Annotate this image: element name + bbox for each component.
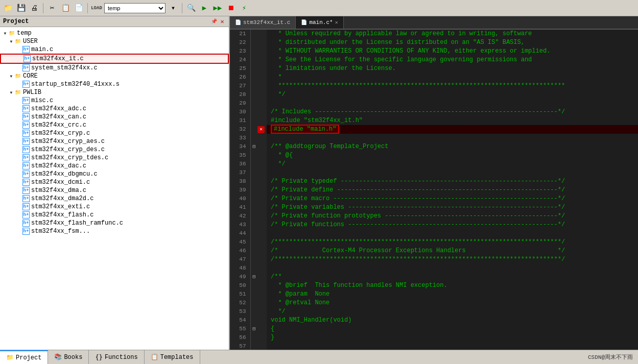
- line-content-57[interactable]: [267, 342, 638, 350]
- tree-item-stm32f4xx-it[interactable]: h+ stm32f4xx_it.c: [0, 54, 229, 64]
- tree-item-cryp-des[interactable]: h+ stm32f4xx_cryp_des.c: [0, 145, 229, 154]
- toolbar-icon-copy[interactable]: 📋: [60, 3, 71, 14]
- tree-item-dac[interactable]: h+ stm32f4xx_dac.c: [0, 162, 229, 170]
- toolbar-icon-print[interactable]: 🖨: [29, 3, 40, 14]
- line-content-28[interactable]: */: [267, 90, 638, 99]
- line-content-29[interactable]: [267, 99, 638, 108]
- toolbar-icon-debug4[interactable]: ⏹: [225, 3, 237, 14]
- tree-item-dcmi[interactable]: h+ stm32f4xx_dcmi.c: [0, 178, 229, 186]
- toolbar-icon-debug2[interactable]: ▶: [199, 3, 210, 14]
- line-content-32[interactable]: #include "main.h": [267, 125, 638, 134]
- status-tab-books[interactable]: 📚 Books: [48, 350, 89, 365]
- error-cell-57: [257, 342, 267, 350]
- tree-item-pwlib[interactable]: ▼ 📁 PWLIB: [0, 88, 229, 96]
- code-line-45: 45/*************************************…: [230, 238, 638, 247]
- line-content-38[interactable]: /* Private typedef ---------------------…: [267, 177, 638, 186]
- line-content-31[interactable]: #include "stm32f4xx_it.h": [267, 116, 638, 125]
- tree-item-flash[interactable]: h+ stm32f4xx_flash.c: [0, 211, 229, 219]
- toolbar-icon-paste[interactable]: 📄: [73, 3, 84, 14]
- line-content-21[interactable]: * Unless required by applicable law or a…: [267, 30, 638, 38]
- line-content-25[interactable]: * limitations under the License.: [267, 64, 638, 73]
- tree-item-core[interactable]: ▼ 📁 CORE: [0, 72, 229, 80]
- line-content-39[interactable]: /* Private define ----------------------…: [267, 186, 638, 195]
- tree-item-dbgmcu[interactable]: h+ stm32f4xx_dbgmcu.c: [0, 170, 229, 178]
- tree-item-flash-ramfunc[interactable]: h+ stm32f4xx_flash_ramfunc.c: [0, 219, 229, 227]
- pin-icon[interactable]: 📌: [210, 18, 218, 25]
- line-content-50[interactable]: * @brief This function handles NMI excep…: [267, 281, 638, 290]
- tree-item-system[interactable]: h+ system_stm32f4xx.c: [0, 64, 229, 72]
- code-line-34: 34⊟/** @addtogroup Template_Project: [230, 142, 638, 151]
- status-tab-project[interactable]: 📁 Project: [0, 350, 48, 365]
- tree-item-cryp-tdes[interactable]: h+ stm32f4xx_cryp_tdes.c: [0, 154, 229, 162]
- line-content-40[interactable]: /* Private macro -----------------------…: [267, 195, 638, 203]
- tree-item-dma2d[interactable]: h+ stm32f4xx_dma2d.c: [0, 195, 229, 203]
- toolbar-icon-debug3[interactable]: ▶▶: [212, 3, 223, 14]
- code-line-24: 24 * See the License for the specific la…: [230, 56, 638, 64]
- status-tab-functions[interactable]: {} Functions: [89, 350, 144, 365]
- code-line-30: 30/* Includes --------------------------…: [230, 108, 638, 116]
- toolbar-icon-debug5[interactable]: ⚡: [239, 3, 250, 14]
- toolbar-icon-open[interactable]: 📁: [2, 3, 13, 14]
- toolbar-icon-debug1[interactable]: 🔍: [185, 3, 197, 14]
- tree-item-startup[interactable]: h+ startup_stm32f40_41xxx.s: [0, 80, 229, 88]
- line-content-43[interactable]: /* Private functions -------------------…: [267, 221, 638, 229]
- line-content-45[interactable]: /***************************************…: [267, 238, 638, 247]
- toolbar-icon-save[interactable]: 💾: [15, 3, 27, 14]
- fold-indicator-34[interactable]: ⊟: [250, 142, 257, 151]
- tree-item-cryp[interactable]: h+ stm32f4xx_cryp.c: [0, 129, 229, 137]
- line-content-33[interactable]: [267, 134, 638, 142]
- line-content-34[interactable]: /** @addtogroup Template_Project: [267, 142, 638, 151]
- tab-close-2[interactable]: ✕: [335, 19, 338, 26]
- toolbar-icon-cut[interactable]: ✂: [46, 3, 58, 14]
- fold-indicator-49[interactable]: ⊟: [250, 273, 257, 281]
- line-content-23[interactable]: * WITHOUT WARRANTIES OR CONDITIONS OF AN…: [267, 47, 638, 56]
- line-content-52[interactable]: * @retval None: [267, 299, 638, 307]
- line-content-51[interactable]: * @param None: [267, 290, 638, 299]
- line-content-36[interactable]: */: [267, 160, 638, 168]
- fold-indicator-55[interactable]: ⊟: [250, 325, 257, 333]
- line-content-55[interactable]: {: [267, 325, 638, 333]
- tree-item-exti[interactable]: h+ stm32f4xx_exti.c: [0, 203, 229, 211]
- line-content-42[interactable]: /* Private function prototypes ---------…: [267, 212, 638, 221]
- tab-stm32f4xx-it[interactable]: 📄 stm32f4xx_it.c: [230, 16, 296, 29]
- toolbar-icon-load[interactable]: LOAD: [91, 3, 102, 14]
- line-content-44[interactable]: [267, 229, 638, 238]
- code-area[interactable]: 21 * Unless required by applicable law o…: [230, 30, 638, 350]
- line-content-56[interactable]: }: [267, 333, 638, 342]
- close-panel-icon[interactable]: ✕: [219, 18, 226, 25]
- expand-icon-pwlib[interactable]: ▼: [8, 89, 14, 95]
- c-file-icon-flash-ramfunc: h+: [22, 220, 30, 227]
- line-content-26[interactable]: *: [267, 73, 638, 82]
- line-content-41[interactable]: /* Private variables -------------------…: [267, 203, 638, 212]
- line-content-46[interactable]: /* Cortex-M4 Processor Exceptions Handle…: [267, 247, 638, 255]
- line-content-27[interactable]: ****************************************…: [267, 82, 638, 90]
- toolbar-icon-dropdown[interactable]: ▾: [168, 3, 179, 14]
- tree-item-dma[interactable]: h+ stm32f4xx_dma.c: [0, 186, 229, 195]
- tree-item-temp[interactable]: ▼ 📁 temp: [0, 29, 229, 37]
- toolbar-target-combo[interactable]: temp: [104, 3, 166, 13]
- tree-item-main-c[interactable]: h+ main.c: [0, 45, 229, 54]
- tree-item-misc[interactable]: h+ misc.c: [0, 96, 229, 105]
- expand-icon-temp[interactable]: ▼: [2, 30, 8, 36]
- line-content-48[interactable]: [267, 264, 638, 273]
- line-content-24[interactable]: * See the License for the specific langu…: [267, 56, 638, 64]
- line-content-54[interactable]: void NMI_Handler(void): [267, 316, 638, 325]
- tree-item-cryp-aes[interactable]: h+ stm32f4xx_cryp_aes.c: [0, 137, 229, 145]
- line-content-35[interactable]: * @{: [267, 151, 638, 160]
- line-content-30[interactable]: /* Includes ----------------------------…: [267, 108, 638, 116]
- line-content-53[interactable]: */: [267, 307, 638, 316]
- tab-main-c[interactable]: 📄 main.c* ✕: [296, 16, 343, 29]
- tree-item-can[interactable]: h+ stm32f4xx_can.c: [0, 113, 229, 121]
- line-content-37[interactable]: [267, 168, 638, 177]
- line-content-47[interactable]: /***************************************…: [267, 255, 638, 264]
- tree-item-fsmc[interactable]: h+ stm32f4xx_fsm...: [0, 227, 229, 235]
- tree-item-adc[interactable]: h+ stm32f4xx_adc.c: [0, 105, 229, 113]
- line-content-22[interactable]: * distributed under the License is distr…: [267, 38, 638, 47]
- line-content-49[interactable]: /**: [267, 273, 638, 281]
- tree-item-crc[interactable]: h+ stm32f4xx_crc.c: [0, 121, 229, 129]
- expand-icon-user[interactable]: ▼: [8, 38, 14, 44]
- expand-icon-core[interactable]: ▼: [8, 73, 14, 79]
- status-tab-templates[interactable]: 📋 Templates: [145, 350, 200, 365]
- tree-item-user[interactable]: ▼ 📁 USER: [0, 37, 229, 45]
- error-cell-27: [257, 82, 267, 90]
